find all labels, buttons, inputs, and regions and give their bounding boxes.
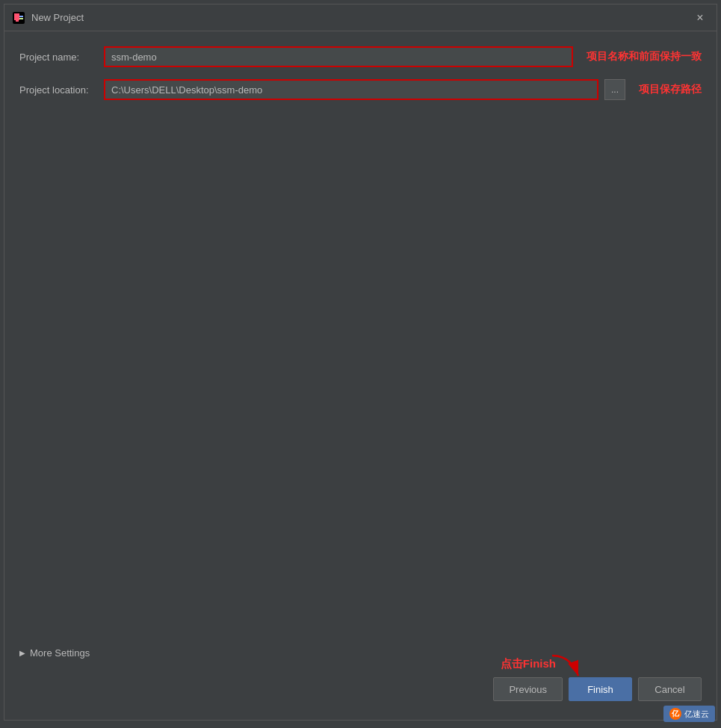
- intellij-icon: [12, 11, 25, 25]
- previous-button[interactable]: Previous: [493, 677, 563, 701]
- title-bar: New Project ×: [4, 4, 717, 31]
- more-settings-arrow-icon: ▶: [19, 649, 25, 657]
- dialog-footer: ▶ More Settings 点击Finish Previous Finish: [4, 636, 717, 720]
- more-settings-label: More Settings: [30, 647, 90, 659]
- title-bar-left: New Project: [12, 11, 84, 25]
- window-title: New Project: [31, 12, 84, 23]
- project-name-label: Project name:: [19, 52, 98, 63]
- svg-rect-3: [19, 16, 23, 17]
- project-name-annotation: 项目名称和前面保持一致: [587, 50, 702, 63]
- watermark: 亿 亿速云: [663, 706, 715, 722]
- svg-rect-4: [19, 18, 23, 19]
- new-project-dialog: New Project × Project name: 项目名称和前面保持一致 …: [4, 4, 717, 721]
- more-settings-toggle[interactable]: ▶ More Settings: [19, 644, 702, 662]
- dialog-content: Project name: 项目名称和前面保持一致 Project locati…: [4, 31, 717, 636]
- project-location-input[interactable]: [104, 79, 598, 100]
- svg-rect-1: [14, 13, 19, 20]
- project-name-row: Project name: 项目名称和前面保持一致: [19, 46, 702, 67]
- project-location-label: Project location:: [19, 84, 98, 96]
- project-name-input[interactable]: [104, 46, 573, 67]
- watermark-icon: 亿: [669, 708, 681, 720]
- project-location-row: Project location: ... 项目保存路径: [19, 79, 702, 100]
- button-row: 点击Finish Previous Finish Cancel: [19, 670, 702, 712]
- content-area: [19, 112, 702, 636]
- cancel-button[interactable]: Cancel: [638, 677, 702, 701]
- svg-rect-2: [16, 20, 19, 22]
- finish-button[interactable]: Finish: [569, 677, 632, 701]
- watermark-text: 亿速云: [684, 709, 709, 720]
- close-button[interactable]: ×: [691, 9, 709, 27]
- browse-button[interactable]: ...: [604, 79, 625, 100]
- project-location-annotation: 项目保存路径: [639, 83, 702, 96]
